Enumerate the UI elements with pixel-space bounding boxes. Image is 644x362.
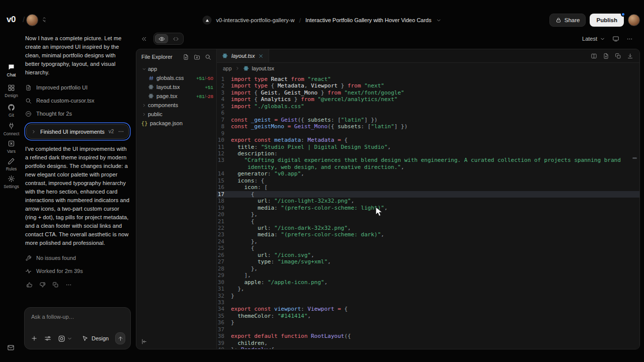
more-icon[interactable]	[65, 282, 72, 288]
new-folder-icon[interactable]	[194, 54, 200, 60]
copy-icon[interactable]	[615, 53, 621, 59]
version-card[interactable]: Finished UI improvements v2	[26, 124, 129, 139]
download-icon[interactable]	[627, 53, 633, 59]
code-line-31[interactable]: 31 },	[217, 286, 639, 292]
code-line-7[interactable]: 7const _geist = Geist({ subsets: ["latin…	[217, 117, 639, 123]
tree-folder-public[interactable]: public	[136, 110, 216, 119]
thumbs-up-icon[interactable]	[26, 282, 33, 288]
code-line-25[interactable]: 25 {	[217, 245, 639, 251]
nav-item-chat[interactable]: Chat	[0, 63, 23, 77]
code-area[interactable]: 1import type React from "react"2import t…	[217, 74, 639, 349]
new-file-icon[interactable]	[183, 54, 189, 60]
avatar[interactable]	[26, 14, 38, 26]
tree-file-globals-css[interactable]: globals.css+51/-50	[136, 73, 216, 82]
scrollbar-thumb[interactable]	[632, 157, 637, 159]
preview-eye-toggle[interactable]	[155, 34, 168, 43]
more-icon[interactable]	[626, 36, 633, 42]
code-line-13[interactable]: 13 "Crafting digital experiences that bl…	[217, 157, 639, 170]
version-dropdown[interactable]: Latest	[582, 36, 605, 42]
vercel-triangle-icon[interactable]	[203, 16, 212, 25]
breadcrumb-file[interactable]: layout.tsx	[252, 65, 274, 71]
publish-button[interactable]: Publish	[590, 14, 624, 27]
v0-logo[interactable]: v0	[7, 15, 16, 25]
breadcrumb-folder[interactable]: app	[223, 65, 232, 71]
code-line-34[interactable]: 34export const viewport: Viewport = {	[217, 306, 639, 312]
code-line-10[interactable]: 10export const metadata: Metadata = {	[217, 137, 639, 143]
code-line-40[interactable]: 40}: Readonly<{	[217, 346, 639, 349]
collapse-panel-icon[interactable]	[141, 36, 147, 42]
settings-sliders-icon[interactable]	[44, 335, 51, 342]
model-selector[interactable]	[58, 335, 72, 342]
collapse-sidebar-icon[interactable]	[141, 338, 147, 345]
code-line-27[interactable]: 27 type: "image/svg+xml",	[217, 258, 639, 265]
more-icon[interactable]	[118, 128, 124, 135]
follow-up-input[interactable]	[31, 314, 122, 320]
code-line-4[interactable]: 4import { Analytics } from "@vercel/anal…	[217, 96, 639, 103]
search-icon[interactable]	[205, 54, 211, 60]
code-line-8[interactable]: 8const _geistMono = Geist_Mono({ subsets…	[217, 123, 639, 130]
code-line-1[interactable]: 1import type React from "react"	[217, 76, 639, 82]
avatar[interactable]	[628, 14, 640, 26]
code-view-toggle[interactable]	[169, 34, 182, 43]
thumbs-down-icon[interactable]	[39, 282, 46, 288]
mail-icon[interactable]	[7, 344, 15, 351]
send-button[interactable]	[115, 332, 125, 344]
code-line-33[interactable]: 33	[217, 299, 639, 306]
code-line-19[interactable]: 19 media: "(prefers-color-scheme: light)…	[217, 205, 639, 211]
close-icon[interactable]	[258, 53, 264, 59]
device-monitor-icon[interactable]	[612, 35, 619, 42]
code-line-36[interactable]: 36}	[217, 319, 639, 326]
nav-item-rules[interactable]: Rules	[0, 157, 23, 171]
code-line-20[interactable]: 20 },	[217, 211, 639, 218]
copy-icon[interactable]	[52, 282, 59, 288]
nav-item-vars[interactable]: Vars	[0, 140, 23, 154]
code-line-39[interactable]: 39 children,	[217, 340, 639, 346]
code-line-14[interactable]: 14 generator: "v0.app",	[217, 170, 639, 177]
code-line-5[interactable]: 5import "./globals.css"	[217, 103, 639, 110]
task-item[interactable]: Improved portfolio UI	[25, 81, 130, 94]
attach-plus-icon[interactable]	[31, 335, 38, 342]
code-line-3[interactable]: 3import { Geist, Geist_Mono } from "next…	[217, 89, 639, 96]
nav-item-git[interactable]: Git	[0, 104, 23, 118]
code-line-18[interactable]: 18 url: "/icon-light-32x32.png",	[217, 198, 639, 204]
split-editor-icon[interactable]	[591, 53, 597, 59]
tab-layout-tsx[interactable]: layout.tsx	[217, 49, 269, 62]
code-line-32[interactable]: 32}	[217, 293, 639, 299]
code-line-24[interactable]: 24 },	[217, 238, 639, 245]
code-line-2[interactable]: 2import type { Metadata, Viewport } from…	[217, 82, 639, 89]
tree-folder-app[interactable]: app	[136, 64, 216, 73]
code-line-6[interactable]: 6	[217, 110, 639, 116]
code-line-26[interactable]: 26 url: "/icon.svg",	[217, 252, 639, 258]
chevron-down-icon[interactable]	[436, 18, 441, 23]
nav-item-settings[interactable]: Settings	[0, 175, 23, 189]
code-line-30[interactable]: 30 apple: "/apple-icon.png",	[217, 279, 639, 286]
breadcrumb-chat-title[interactable]: Interactive Portfolio Gallery with Hover…	[305, 17, 431, 23]
code-line-15[interactable]: 15 icons: {	[217, 177, 639, 184]
tree-file-page-tsx[interactable]: page.tsx+81/-28	[136, 92, 216, 101]
code-line-11[interactable]: 11 title: "Studio Pixel | Digital Design…	[217, 144, 639, 150]
task-item[interactable]: Thought for 2s	[25, 107, 130, 120]
code-line-22[interactable]: 22 url: "/icon-dark-32x32.png",	[217, 225, 639, 231]
code-line-37[interactable]: 37	[217, 326, 639, 333]
code-line-21[interactable]: 21 {	[217, 218, 639, 225]
code-line-38[interactable]: 38export default function RootLayout({	[217, 333, 639, 339]
code-line-35[interactable]: 35 themeColor: "#141414",	[217, 313, 639, 319]
nav-item-design[interactable]: Design	[0, 84, 23, 98]
tree-file-package-json[interactable]: {}package.json	[136, 119, 216, 128]
nav-item-connect[interactable]: Connect	[0, 122, 23, 136]
code-line-9[interactable]: 9	[217, 130, 639, 137]
code-line-16[interactable]: 16 icon: [	[217, 184, 639, 191]
code-line-28[interactable]: 28 },	[217, 265, 639, 272]
chevron-up-down-icon[interactable]	[41, 17, 47, 23]
code-line-23[interactable]: 23 media: "(prefers-color-scheme: dark)"…	[217, 231, 639, 238]
export-file-icon[interactable]	[603, 53, 609, 59]
breadcrumb-project[interactable]: v0-interactive-portfolio-gallery-w	[216, 17, 295, 23]
share-button[interactable]: Share	[549, 14, 586, 27]
tree-file-layout-tsx[interactable]: layout.tsx+51	[136, 82, 216, 92]
code-line-29[interactable]: 29 ],	[217, 272, 639, 279]
task-item[interactable]: Read custom-cursor.tsx	[25, 94, 130, 107]
design-mode-button[interactable]: Design	[82, 335, 109, 342]
tree-folder-components[interactable]: components	[136, 101, 216, 110]
code-line-12[interactable]: 12 description:	[217, 150, 639, 157]
code-line-17[interactable]: 17 {	[217, 191, 639, 198]
